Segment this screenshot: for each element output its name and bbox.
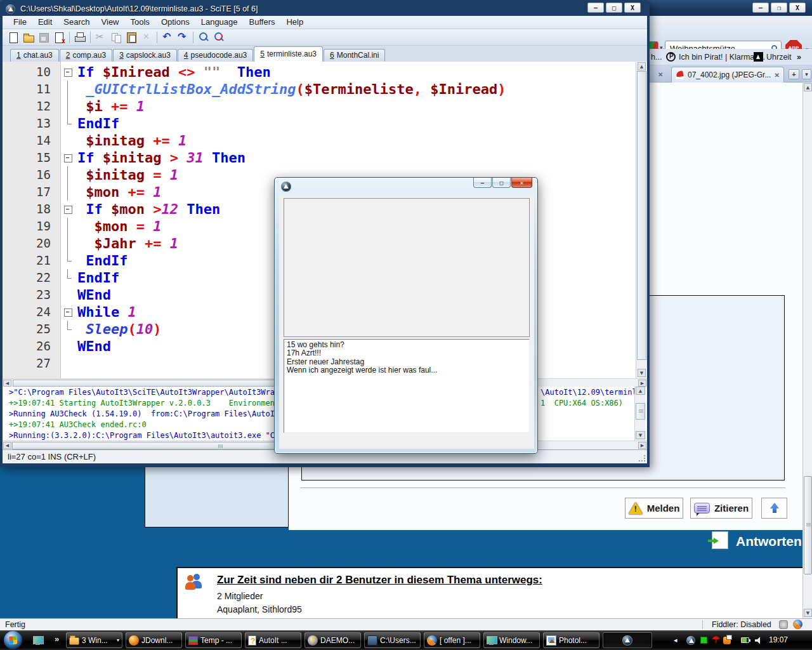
listbox-item[interactable]: 15 wo gehts hin? xyxy=(287,341,527,349)
taskbar-button-daemo-[interactable]: DAEMO... xyxy=(304,632,361,648)
menu-search[interactable]: Search xyxy=(58,16,95,29)
taskbar-button-autoit[interactable] xyxy=(603,632,652,648)
bookmark-item-pirat[interactable]: Ich bin Pirat! | Klarmac... xyxy=(679,53,765,62)
bookmark-item-truncated[interactable]: h... xyxy=(651,53,662,62)
scroll-to-top-button[interactable] xyxy=(761,498,787,519)
find-replace-icon[interactable] xyxy=(213,31,225,44)
list-all-tabs-button[interactable]: ▾ xyxy=(802,69,811,79)
menu-edit[interactable]: Edit xyxy=(32,16,58,29)
tab-comp.au3[interactable]: 2comp.au3 xyxy=(60,49,112,62)
menu-file[interactable]: File xyxy=(8,16,32,29)
show-desktop-icon[interactable] xyxy=(33,635,43,646)
reply-button[interactable]: Antworten xyxy=(736,534,802,549)
scroll-right-icon[interactable]: ▶ xyxy=(638,442,646,449)
fold-marker[interactable] xyxy=(62,201,75,218)
gui-maximize-button[interactable]: □ xyxy=(492,178,511,188)
start-button[interactable] xyxy=(4,631,22,649)
menu-language[interactable]: Language xyxy=(195,16,244,29)
scroll-up-icon[interactable]: ▲ xyxy=(636,387,645,395)
tab-image-jpeg[interactable]: 07_4002.jpg (JPEG-Gr... ✕ xyxy=(671,67,784,83)
gui-titlebar[interactable]: — □ ✕ xyxy=(275,178,537,195)
green-status-tray-icon[interactable] xyxy=(700,637,707,644)
listbox-item[interactable]: Wenn ich angezeigt werde ist hier was fa… xyxy=(287,366,527,375)
taskbar-button-jdownl-[interactable]: JDownl... xyxy=(126,632,182,648)
tab-terminliste.au3[interactable]: 5terminliste.au3 xyxy=(254,46,323,62)
new-tab-button[interactable]: + xyxy=(789,69,799,79)
scroll-up-icon[interactable]: ▲ xyxy=(804,83,812,91)
scite-maximize-button[interactable]: □ xyxy=(606,3,622,13)
taskbar-button-3-win-[interactable]: 3 Win...▾ xyxy=(66,632,122,648)
listbox-item[interactable]: Erster neuer Jahrestag xyxy=(287,358,527,366)
scite-close-button[interactable]: X xyxy=(624,3,641,13)
page-scrollbar[interactable]: ▲ ▼ xyxy=(802,83,812,618)
battery-icon[interactable] xyxy=(741,637,749,643)
scroll-down-icon[interactable]: ▼ xyxy=(638,369,646,377)
taskbar-button-photol-[interactable]: Photol... xyxy=(543,632,599,648)
gui-minimize-button[interactable]: — xyxy=(473,178,492,188)
copy-icon[interactable] xyxy=(110,31,122,44)
listbox-item[interactable]: 17h Azrt!!! xyxy=(287,349,527,357)
fiddler-status[interactable]: Fiddler: Disabled xyxy=(712,620,771,629)
background-tab-close-icon[interactable]: ✕ xyxy=(658,71,663,78)
tab-close-icon[interactable]: ✕ xyxy=(775,72,780,79)
fold-marker[interactable] xyxy=(62,149,75,166)
taskbar-button--offen-[interactable]: [ offen ]... xyxy=(424,632,480,648)
tab-chat.au3[interactable]: 1chat.au3 xyxy=(10,49,59,62)
menu-view[interactable]: View xyxy=(96,16,125,29)
menu-help[interactable]: Help xyxy=(280,16,309,29)
editor-vertical-scrollbar[interactable]: ▲ ▼ xyxy=(636,62,647,378)
undo-icon[interactable] xyxy=(161,31,174,44)
report-button[interactable]: Melden xyxy=(625,498,683,519)
avira-umbrella-icon[interactable]: ☂ xyxy=(712,634,720,644)
autoit-tray-icon[interactable] xyxy=(686,636,695,645)
quote-button[interactable]: Zitieren xyxy=(690,498,752,519)
scroll-left-icon[interactable]: ◀ xyxy=(3,442,11,449)
scite-titlebar[interactable]: C:\Users\Shkal\Desktop\AutoIt\12.09\term… xyxy=(3,2,647,16)
taskbar-button-temp-[interactable]: Temp - ... xyxy=(185,632,242,648)
pointer-tray-icon[interactable] xyxy=(723,637,731,644)
taskbar-button-window-[interactable]: Window... xyxy=(483,632,540,648)
save-icon[interactable] xyxy=(37,31,50,44)
close-document-icon[interactable] xyxy=(53,31,65,44)
fold-marker[interactable] xyxy=(62,63,75,81)
gui-close-button[interactable]: ✕ xyxy=(511,178,532,188)
fold-marker[interactable] xyxy=(62,303,75,321)
fiddler-icon[interactable] xyxy=(779,620,788,629)
firefox-close-button[interactable]: X xyxy=(789,3,806,13)
paste-icon[interactable] xyxy=(125,31,138,44)
termine-listbox[interactable]: 15 wo gehts hin?17h Azrt!!!Erster neuer … xyxy=(284,339,530,433)
new-document-icon[interactable] xyxy=(7,31,20,44)
scrollbar-thumb[interactable] xyxy=(636,403,645,420)
pirate-party-icon[interactable] xyxy=(666,52,676,62)
tab-capslock.au3[interactable]: 3capslock.au3 xyxy=(113,49,177,62)
firefox-icon[interactable] xyxy=(793,620,802,629)
redo-icon[interactable] xyxy=(176,31,189,44)
firefox-restore-button[interactable]: ❐ xyxy=(771,3,787,13)
bookmarks-overflow-chevron[interactable]: » xyxy=(797,53,801,62)
volume-icon[interactable] xyxy=(755,637,763,644)
firefox-minimize-button[interactable]: – xyxy=(752,3,769,13)
tray-expand-icon[interactable]: ◂ xyxy=(674,636,678,644)
clock[interactable]: 19:07 xyxy=(769,635,807,644)
scroll-left-icon[interactable]: ◀ xyxy=(3,380,11,387)
tab-pseudocode.au3[interactable]: 4pseudocode.au3 xyxy=(178,49,253,62)
scrollbar-thumb[interactable] xyxy=(637,71,646,360)
scrollbar-thumb[interactable] xyxy=(804,476,812,574)
scroll-up-icon[interactable]: ▲ xyxy=(638,62,646,70)
find-icon[interactable] xyxy=(197,31,210,44)
scroll-down-icon[interactable]: ▼ xyxy=(804,609,812,617)
menu-tools[interactable]: Tools xyxy=(125,16,155,29)
quick-launch-overflow-chevron[interactable]: » xyxy=(55,634,59,644)
output-vertical-scrollbar[interactable]: ▲ ▼ xyxy=(634,387,646,441)
cut-icon[interactable] xyxy=(95,31,107,44)
menu-options[interactable]: Options xyxy=(155,16,195,29)
tab-MonthCal.ini[interactable]: 6MonthCal.ini xyxy=(324,49,385,62)
bookmark-favicon[interactable] xyxy=(754,52,763,62)
scroll-right-icon[interactable]: ▶ xyxy=(638,380,646,387)
delete-icon[interactable] xyxy=(140,31,153,44)
taskbar-button-c-users-[interactable]: C:\Users... xyxy=(364,632,421,648)
print-icon[interactable] xyxy=(74,31,86,44)
open-file-icon[interactable] xyxy=(22,31,35,44)
resize-grip[interactable] xyxy=(638,454,646,462)
reply-icon[interactable] xyxy=(712,531,728,549)
